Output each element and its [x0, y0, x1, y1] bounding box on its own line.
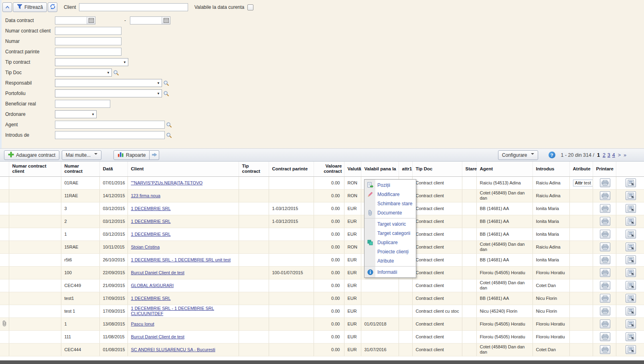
client-link[interactable]: Burcut Daniel Client de test [131, 334, 184, 339]
col-header-stare[interactable]: Stare [462, 162, 476, 176]
pagination-page-3[interactable]: 3 [608, 152, 610, 158]
print-select-icon[interactable] [626, 307, 636, 315]
atribute-chip[interactable]: Attrtest [573, 180, 593, 186]
printer-icon[interactable] [600, 345, 610, 354]
filter-agent-input[interactable] [55, 121, 165, 129]
lookup-magnifier-icon[interactable] [163, 80, 169, 86]
calendar-icon[interactable] [162, 17, 170, 24]
client-link[interactable]: SC ANDREI SLUSARENCU SA - Bucuresti [131, 347, 215, 352]
client-link[interactable]: Stoian Cristina [131, 245, 160, 249]
refresh-button[interactable] [48, 2, 57, 12]
menu-item-documente[interactable]: Documente [365, 208, 416, 217]
print-select-icon[interactable] [626, 294, 636, 303]
menu-item-duplicare[interactable]: Duplicare [365, 238, 416, 247]
collapse-filter-button[interactable] [2, 2, 12, 12]
print-select-icon[interactable] [626, 243, 636, 251]
client-link[interactable]: ""NARVIS"PZUs.NERAĮTA-TETOVO [131, 180, 203, 185]
col-header-printare[interactable]: Printare [593, 162, 616, 176]
col-header-parinte[interactable]: Contract parinte [269, 162, 314, 176]
printer-icon[interactable] [600, 230, 610, 239]
menu-item-target-valoric[interactable]: Target valoric [365, 219, 416, 229]
col-header-attr1[interactable]: attr1 [399, 162, 412, 176]
printer-icon[interactable] [600, 217, 610, 226]
menu-item-target-categorii[interactable]: Target categorii [365, 229, 416, 238]
printer-icon[interactable] [600, 332, 610, 341]
print-select-icon[interactable] [626, 191, 636, 200]
printer-icon[interactable] [600, 243, 610, 251]
col-header-agent[interactable]: Agent [476, 162, 533, 176]
lookup-magnifier-icon[interactable] [166, 132, 172, 138]
configure-button[interactable]: Configurare [498, 150, 538, 160]
printer-icon[interactable] [600, 320, 610, 328]
print-select-icon[interactable] [626, 204, 636, 213]
col-header-attach[interactable] [0, 162, 9, 176]
filter-tip-doc-select[interactable]: ▼ [55, 69, 112, 77]
printer-icon[interactable] [600, 281, 610, 290]
menu-item-schimbare-stare[interactable]: Schimbare stare [365, 199, 416, 208]
client-link[interactable]: 123 firma noua [131, 193, 160, 198]
print-select-icon[interactable] [626, 320, 636, 328]
filter-button[interactable]: Filtrează [13, 2, 47, 12]
filter-data-contract-to-input[interactable] [130, 17, 162, 24]
more-button[interactable]: Mai multe... [62, 150, 101, 160]
valid-today-checkbox[interactable] [247, 4, 253, 10]
client-link[interactable]: 1 DECEMBRIE SRL [131, 296, 171, 301]
lookup-magnifier-icon[interactable] [163, 91, 169, 97]
col-header-tip_doc[interactable]: Tip Doc [412, 162, 462, 176]
printer-icon[interactable] [600, 255, 610, 264]
send-report-button[interactable] [150, 150, 159, 160]
print-select-icon[interactable] [626, 217, 636, 226]
print-select-icon[interactable] [626, 230, 636, 239]
printer-icon[interactable] [600, 307, 610, 315]
filter-numar-input[interactable] [55, 37, 122, 45]
lookup-magnifier-icon[interactable] [166, 122, 172, 128]
menu-item-pozitii[interactable]: Poziții [365, 180, 416, 190]
print-select-icon[interactable] [626, 268, 636, 277]
client-link[interactable]: 1 DECEMBRIE SRL - 1 DECEMBRIE SRL CLICUU… [131, 306, 214, 316]
print-select-icon[interactable] [626, 178, 636, 187]
filter-tip-contract-select[interactable]: ▼ [55, 58, 128, 66]
client-link[interactable]: Burcut Daniel Client de test [131, 270, 184, 275]
client-link[interactable]: 1 DECEMBRIE SRL [131, 232, 171, 237]
col-header-client[interactable]: Client [128, 162, 239, 176]
printer-icon[interactable] [600, 191, 610, 200]
col-header-valabil[interactable]: Valabil pana la [361, 162, 399, 176]
printer-icon[interactable] [600, 294, 610, 303]
client-link[interactable]: 1 DECEMBRIE SRL [131, 219, 171, 224]
col-header-valuta[interactable]: Valută [344, 162, 361, 176]
col-header-introdus[interactable]: Introdus [533, 162, 569, 176]
client-link[interactable]: 1 DECEMBRIE SRL [131, 206, 171, 211]
col-header-ncc[interactable]: Numar contract client [9, 162, 61, 176]
print-select-icon[interactable] [626, 281, 636, 290]
col-header-tip_contract[interactable]: Tip contract [239, 162, 269, 176]
client-link[interactable]: GLOBAL ASIGURARI [131, 283, 174, 288]
calendar-icon[interactable] [87, 17, 95, 24]
menu-item-atribute[interactable]: Atribute [365, 256, 416, 265]
client-input[interactable] [79, 3, 188, 11]
pagination-next[interactable]: > [618, 152, 621, 158]
printer-icon[interactable] [600, 204, 610, 213]
filter-data-contract-from-input[interactable] [55, 17, 87, 24]
print-select-icon[interactable] [626, 332, 636, 341]
add-contract-button[interactable]: Adaugare contract [4, 150, 59, 160]
pagination-last[interactable]: » [624, 152, 626, 158]
filter-contract-parinte-input[interactable] [55, 48, 122, 56]
filter-ordonare-select[interactable]: ▼ [55, 110, 97, 118]
help-icon[interactable]: ? [549, 152, 555, 158]
filter-numar-contract-client-input[interactable] [55, 27, 122, 35]
col-header-valoare[interactable]: Valoare contract [314, 162, 344, 176]
col-header-data[interactable]: Dată [99, 162, 128, 176]
filter-beneficiar-real-input[interactable] [55, 100, 110, 108]
pagination-page-2[interactable]: 2 [603, 152, 606, 158]
client-link[interactable]: 1 DECEMBRIE SRL - 1 DECEMBRIE SRL unit t… [131, 257, 231, 262]
pagination-page-4[interactable]: 4 [612, 152, 615, 158]
lookup-magnifier-icon[interactable] [113, 70, 119, 76]
filter-introdus-de-input[interactable] [55, 131, 165, 139]
filter-portofoliu-select[interactable]: ▼ [55, 89, 162, 97]
printer-icon[interactable] [600, 268, 610, 277]
menu-item-informatii[interactable]: Informatii [365, 267, 416, 277]
printer-icon[interactable] [600, 178, 610, 187]
print-select-icon[interactable] [626, 345, 636, 354]
print-select-icon[interactable] [626, 255, 636, 264]
filter-responsabil-select[interactable]: ▼ [55, 79, 162, 87]
